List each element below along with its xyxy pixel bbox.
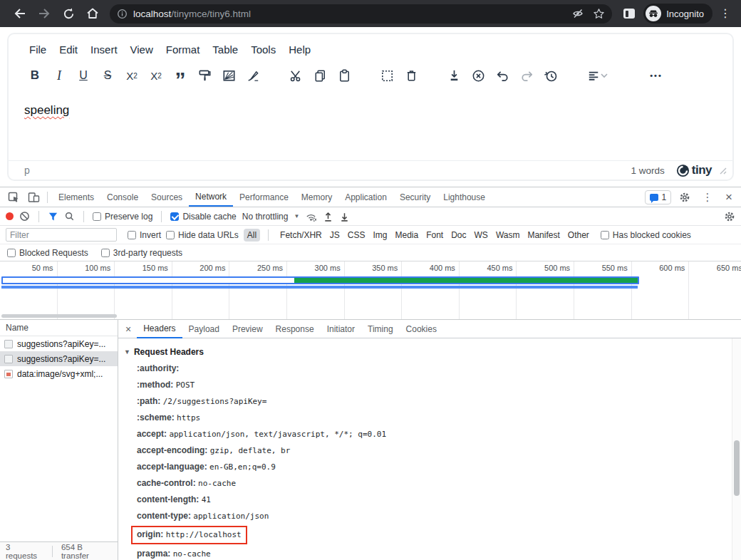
request-headers-section[interactable]: ▼ Request Headers xyxy=(124,343,727,361)
redo-button[interactable] xyxy=(514,65,539,86)
misspelled-word[interactable]: speeling xyxy=(24,103,69,117)
filter-type-chip[interactable]: Manifest xyxy=(524,229,563,242)
details-tab[interactable]: Cookies xyxy=(400,319,443,338)
request-row[interactable]: data:image/svg+xml;... xyxy=(0,366,118,381)
hide-data-urls-checkbox[interactable] xyxy=(166,231,175,239)
permanent-pen-button[interactable] xyxy=(241,65,265,86)
details-tab[interactable]: Initiator xyxy=(321,319,361,338)
record-network-log-button[interactable] xyxy=(6,212,14,220)
filter-chip-all[interactable]: All xyxy=(244,229,260,242)
cut-button[interactable] xyxy=(284,65,308,86)
filter-type-chip[interactable]: Wasm xyxy=(492,229,524,242)
clear-network-log-icon[interactable] xyxy=(19,211,30,222)
invert-checkbox[interactable] xyxy=(128,231,136,239)
word-count[interactable]: 1 words xyxy=(631,165,664,176)
devtools-menu-button[interactable]: ⋮ xyxy=(698,189,717,206)
filter-funnel-icon[interactable] xyxy=(48,212,58,222)
resize-handle-icon[interactable] xyxy=(719,167,727,175)
request-header-line[interactable]: :method: POST xyxy=(124,377,727,393)
filter-type-chip[interactable]: Img xyxy=(369,229,390,242)
editor-content-area[interactable]: speeling xyxy=(9,93,732,160)
tiny-branding[interactable]: tiny xyxy=(676,163,712,177)
filter-type-chip[interactable]: Media xyxy=(391,229,422,242)
devtools-close-button[interactable]: × xyxy=(721,190,737,204)
filter-type-chip[interactable]: Other xyxy=(564,229,593,242)
details-close-button[interactable]: × xyxy=(121,323,135,335)
editor-menu-item[interactable]: Tools xyxy=(246,41,281,58)
subscript-button[interactable]: X2 xyxy=(120,65,144,86)
request-header-line[interactable]: accept: application/json, text/javascrip… xyxy=(124,426,727,442)
url-text[interactable]: localhost/tinymce/tiny6.html xyxy=(133,9,566,19)
devtools-settings-button[interactable] xyxy=(675,189,694,206)
strikethrough-button[interactable]: S xyxy=(95,65,120,86)
third-party-requests-checkbox[interactable] xyxy=(101,249,110,257)
devtools-tab[interactable]: Network xyxy=(189,187,233,207)
details-tab[interactable]: Timing xyxy=(361,319,400,338)
device-toolbar-button[interactable] xyxy=(24,189,43,206)
bold-button[interactable]: B xyxy=(23,65,47,86)
delete-button[interactable] xyxy=(399,65,423,86)
address-bar[interactable]: localhost/tinymce/tiny6.html xyxy=(110,4,612,24)
editor-menu-item[interactable]: Help xyxy=(284,41,316,58)
search-network-icon[interactable] xyxy=(64,211,75,222)
paste-button[interactable] xyxy=(332,65,356,86)
request-row[interactable]: suggestions?apiKey=... xyxy=(0,351,118,366)
preserve-log-checkbox[interactable] xyxy=(93,212,101,221)
details-tab[interactable]: Headers xyxy=(137,319,182,338)
has-blocked-cookies-checkbox[interactable] xyxy=(601,231,609,239)
devtools-tab[interactable]: Lighthouse xyxy=(437,187,492,207)
more-toolbar-button[interactable]: ••• xyxy=(644,65,668,86)
devtools-tab[interactable]: Application xyxy=(338,187,393,207)
underline-button[interactable]: U xyxy=(71,65,95,86)
network-conditions-icon[interactable] xyxy=(305,211,317,222)
request-header-line[interactable]: cache-control: no-cache xyxy=(124,475,727,492)
request-header-line[interactable]: :authority: xyxy=(124,361,727,377)
network-settings-gear-icon[interactable] xyxy=(724,211,735,222)
devtools-tab[interactable]: Security xyxy=(393,187,437,207)
reload-button[interactable] xyxy=(58,4,78,24)
element-path[interactable]: p xyxy=(24,165,631,176)
request-header-line[interactable]: :path: /2/suggestions?apiKey= xyxy=(124,393,727,410)
filter-type-chip[interactable]: Fetch/XHR xyxy=(276,229,326,242)
request-header-line[interactable]: :scheme: https xyxy=(124,410,727,426)
italic-button[interactable]: I xyxy=(47,65,71,86)
devtools-tab[interactable]: Memory xyxy=(295,187,338,207)
devtools-tab[interactable]: Elements xyxy=(52,187,100,207)
requests-column-header[interactable]: Name xyxy=(0,320,118,336)
browser-menu-button[interactable]: ⋮ xyxy=(717,8,734,19)
blockquote-button[interactable]: ” xyxy=(168,65,192,86)
filter-type-chip[interactable]: CSS xyxy=(344,229,369,242)
import-har-icon[interactable] xyxy=(323,211,333,222)
page-info-icon[interactable] xyxy=(117,9,128,19)
editor-menu-item[interactable]: View xyxy=(125,41,158,58)
back-button[interactable] xyxy=(10,4,30,24)
details-tab[interactable]: Preview xyxy=(226,319,269,338)
editor-menu-item[interactable]: Table xyxy=(207,41,243,58)
request-header-line[interactable]: accept-language: en-GB,en;q=0.9 xyxy=(124,459,727,475)
devtools-tab[interactable]: Console xyxy=(100,187,145,207)
devtools-tab[interactable]: Performance xyxy=(233,187,295,207)
export-har-icon[interactable] xyxy=(339,211,350,222)
side-panel-button[interactable] xyxy=(619,4,639,24)
eye-off-icon[interactable] xyxy=(571,8,584,19)
cancel-button[interactable] xyxy=(466,65,490,86)
request-header-line[interactable]: content-type: application/json xyxy=(124,508,727,524)
filter-type-chip[interactable]: Font xyxy=(423,229,447,242)
network-overview-timeline[interactable]: 50 ms 100 ms 150 ms 200 ms 250 ms 300 ms… xyxy=(0,261,741,320)
filter-type-chip[interactable]: Doc xyxy=(447,229,470,242)
inspect-element-button[interactable] xyxy=(4,189,23,206)
network-filter-input[interactable] xyxy=(6,228,117,242)
restore-draft-button[interactable] xyxy=(539,65,563,86)
select-all-button[interactable] xyxy=(375,65,399,86)
request-header-line[interactable]: accept-encoding: gzip, deflate, br xyxy=(124,442,727,459)
superscript-button[interactable]: X2 xyxy=(144,65,168,86)
request-header-line[interactable]: content-length: 41 xyxy=(124,492,727,508)
request-row[interactable]: suggestions?apiKey=... xyxy=(0,336,118,351)
details-scrollbar-thumb[interactable] xyxy=(734,440,740,496)
overview-scrollbar-thumb[interactable] xyxy=(1,314,117,318)
details-tab[interactable]: Payload xyxy=(182,319,226,338)
align-dropdown-button[interactable] xyxy=(600,73,608,78)
save-button[interactable] xyxy=(442,65,466,86)
editor-menu-item[interactable]: File xyxy=(24,41,51,58)
edit-image-button[interactable] xyxy=(217,65,241,86)
